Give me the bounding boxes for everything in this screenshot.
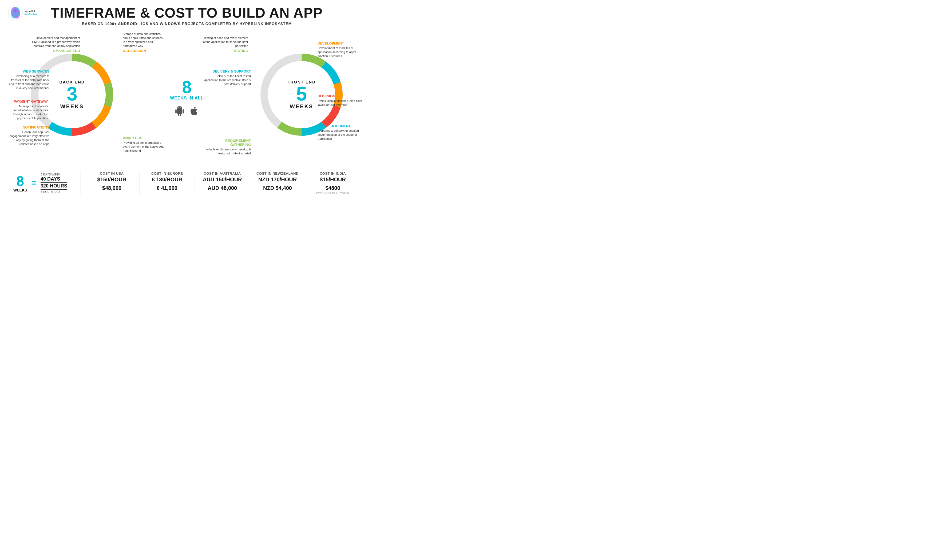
cost-section: 8 WEEKS = 5 DAYS/WEEK 40 DAYS 320 HOURS … (8, 167, 365, 197)
cost-col-australia: COST IN AUSTRALIA AUD 150/HOUR AUD 48,00… (195, 171, 250, 195)
testing-desc: Testing of each and every element of the… (202, 36, 248, 48)
total-days: 40 DAYS (40, 176, 67, 183)
front-end-weeks-label: WEEKS (290, 103, 313, 109)
web-services-section: WEB SERVICES Developing of a medium to t… (8, 69, 49, 90)
testing-section: Testing of each and every element of the… (202, 36, 248, 53)
cost-india-label: COST IN INDIA (320, 171, 346, 175)
weeks-in-all-num: 8 (182, 78, 192, 96)
scope-document-section: SCOPE DOCUMENT Preparing & conceiving de… (317, 124, 364, 141)
logo-icon (8, 5, 23, 20)
apple-icon (189, 106, 199, 116)
analytics-desc: Providing all the information of every e… (123, 141, 165, 153)
total-hours: 320 HOURS (40, 183, 67, 190)
cost-nz-label: COST IN NEWZEALAND (256, 171, 299, 175)
data-design-desc: Storage of data and statistics about app… (123, 32, 165, 48)
weeks-big-block: 8 WEEKS (13, 174, 27, 192)
testing-label: TESTING (202, 49, 248, 53)
cost-europe-divider (148, 184, 186, 184)
cost-usa-divider (92, 184, 131, 184)
cost-nz-divider (258, 184, 297, 184)
cost-col-newzealand: COST IN NEWZEALAND NZD 170/HOUR NZD 54,4… (250, 171, 305, 195)
ui-design-desc: Retina Display design & high pixel layou… (317, 99, 364, 107)
svg-point-3 (14, 9, 17, 12)
cost-europe-rate: € 130/HOUR (152, 177, 182, 183)
logo-area: Hyperlink InfoSystem (8, 5, 40, 20)
development-desc: Development of modules of application ac… (317, 46, 364, 58)
cost-usa-total: $48,000 (102, 185, 122, 191)
platform-icons (174, 106, 199, 116)
cost-australia-divider (203, 184, 242, 184)
cost-australia-label: COST IN AUSTRALIA (203, 171, 241, 175)
analytics-label: ANALYTICS (123, 136, 165, 140)
cost-nz-total: NZD 54,400 (263, 185, 292, 191)
requirement-gathering-desc: Initial level discussion to develop & de… (204, 148, 251, 155)
notifications-label: NOTIFICATIONS (9, 125, 49, 129)
ui-design-section: UI DESIGN Retina Display design & high p… (317, 94, 364, 107)
cost-col-europe: COST IN EUROPE € 130/HOUR € 41,600 (140, 171, 195, 195)
delivery-support-label: DELIVERY & SUPPORT (204, 69, 251, 73)
payment-gateway-section: PAYMENT GATEWAY Management of user's con… (8, 100, 48, 120)
header: Hyperlink InfoSystem TIMEFRAME & COST TO… (8, 5, 365, 26)
web-services-desc: Developing of a medium to transfer of th… (8, 74, 49, 90)
payment-gateway-label: PAYMENT GATEWAY (8, 100, 48, 103)
notifications-section: NOTIFICATIONS Continuous app user engage… (9, 125, 49, 146)
delivery-support-desc: Delivery of the finest tested applicatio… (204, 74, 251, 86)
analytics-section: ANALYTICS Providing all the information … (123, 136, 165, 153)
development-label: DEVELOPMENT (317, 42, 364, 45)
middle-section: 8 WEEKS IN ALL (170, 78, 203, 116)
front-end-weeks-num: 5 (296, 84, 307, 103)
requirement-gathering-section: REQUIREMENT GATHERING Initial level disc… (204, 138, 251, 155)
cost-nz-rate: NZD 170/HOUR (258, 177, 297, 183)
web-services-label: WEB SERVICES (8, 69, 49, 73)
data-design-label: DATA DESIGN (123, 49, 165, 53)
equals-sign: = (29, 178, 38, 188)
cms-backend-desc: Development and management of CMS/Backen… (32, 36, 80, 48)
cost-col-usa: COST IN USA $150/HOUR $48,000 (84, 171, 140, 195)
requirement-gathering-label: REQUIREMENT GATHERING (204, 138, 251, 147)
scope-document-label: SCOPE DOCUMENT (317, 124, 364, 128)
cost-usa-label: COST IN USA (100, 171, 123, 175)
delivery-support-section: DELIVERY & SUPPORT Delivery of the fines… (204, 69, 251, 86)
hours-per-day: 8 HOURS/DAY (40, 190, 67, 193)
days-per-week: 5 DAYS/WEEK (40, 173, 67, 176)
cms-backend-label: CMS/BACK END (32, 49, 80, 53)
notifications-desc: Continuous app user engagement in a very… (9, 130, 49, 146)
data-design-section: Storage of data and statistics about app… (123, 32, 165, 52)
equiv-details: 5 DAYS/WEEK 40 DAYS 320 HOURS 8 HOURS/DA… (40, 173, 67, 193)
cost-usa-rate: $150/HOUR (97, 177, 126, 183)
cost-col-india: COST IN INDIA $15/HOUR $4800 HYPERLINK I… (305, 171, 360, 195)
payment-gateway-desc: Management of user's confidential accoun… (8, 104, 48, 120)
cost-india-company: HYPERLINK INFOSYSTEM (316, 192, 349, 195)
title-area: TIMEFRAME & COST TO BUILD AN APP BASED O… (40, 5, 334, 26)
cost-india-divider (313, 184, 352, 184)
weeks-in-all-label: WEEKS IN ALL (170, 96, 203, 100)
cms-backend-section: Development and management of CMS/Backen… (32, 36, 80, 53)
cost-india-rate: $15/HOUR (320, 177, 346, 183)
cost-europe-label: COST IN EUROPE (151, 171, 183, 175)
scope-document-desc: Preparing & conceiving detailed document… (317, 129, 364, 141)
page: Hyperlink InfoSystem TIMEFRAME & COST TO… (0, 0, 374, 200)
main-title: TIMEFRAME & COST TO BUILD AN APP (40, 5, 334, 20)
back-end-weeks-label: WEEKS (60, 103, 84, 109)
cost-europe-total: € 41,600 (157, 185, 177, 191)
diagram-wrapper: BACK END 3 WEEKS FRONT END 5 WEEKS (8, 28, 365, 167)
subtitle: BASED ON 1000+ ANDROID , IOS AND WINDOWS… (40, 22, 334, 26)
cost-weeks-label: WEEKS (13, 188, 27, 192)
cost-section-divider (80, 171, 81, 195)
development-section: DEVELOPMENT Development of modules of ap… (317, 42, 364, 58)
ui-design-label: UI DESIGN (317, 94, 364, 98)
cost-australia-total: AUD 48,000 (208, 185, 237, 191)
cost-weeks-num: 8 (16, 174, 24, 188)
cost-india-total: $4800 (325, 185, 340, 191)
cost-australia-rate: AUD 150/HOUR (203, 177, 242, 183)
android-icon (174, 106, 185, 116)
back-end-weeks-num: 3 (67, 84, 77, 103)
cost-columns: COST IN USA $150/HOUR $48,000 COST IN EU… (84, 171, 360, 195)
weeks-equiv-block: 8 WEEKS = 5 DAYS/WEEK 40 DAYS 320 HOURS … (13, 171, 77, 195)
